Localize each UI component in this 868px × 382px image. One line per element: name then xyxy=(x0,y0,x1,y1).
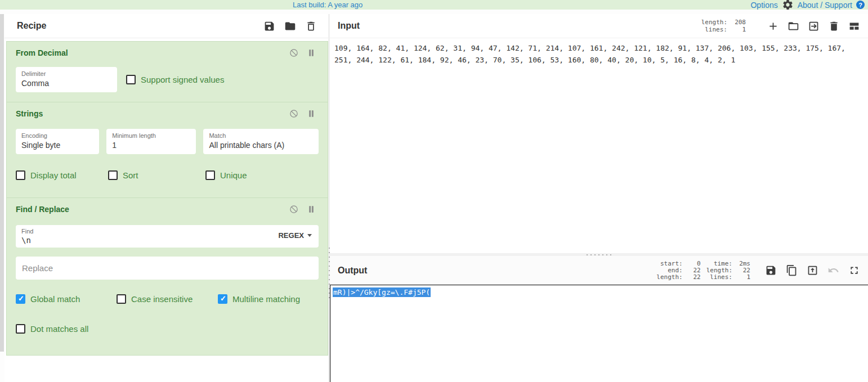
arg-label: Match xyxy=(209,132,313,140)
maximise-output-icon[interactable] xyxy=(848,264,860,276)
stat-value: 1 xyxy=(735,274,750,281)
arg-value: Single byte xyxy=(21,140,93,151)
delimiter-field[interactable]: Delimiter Comma xyxy=(16,67,117,92)
options-button[interactable]: Options xyxy=(750,1,777,10)
disable-icon[interactable] xyxy=(289,48,298,57)
operation-strings[interactable]: Strings Encoding Single byte Minimum len… xyxy=(6,102,328,198)
clear-input-trash-icon[interactable] xyxy=(828,20,840,32)
gear-icon[interactable] xyxy=(782,0,794,11)
about-support-button[interactable]: About / Support xyxy=(798,1,852,10)
load-recipe-folder-icon[interactable] xyxy=(284,20,296,32)
support-signed-values-checkbox[interactable]: Support signed values xyxy=(126,75,224,84)
arg-value: Comma xyxy=(21,78,111,89)
output-textarea[interactable]: mR)|>^/Gky[gz=\.F#j5P( xyxy=(330,285,868,382)
dot-matches-all-checkbox[interactable]: Dot matches all xyxy=(16,324,319,334)
input-stats: length: 208 lines: 1 xyxy=(701,19,746,33)
stat-value: 22 xyxy=(686,274,701,281)
input-header-icons xyxy=(767,20,860,32)
checkbox-box[interactable] xyxy=(16,294,25,304)
save-recipe-icon[interactable] xyxy=(263,20,275,32)
last-build-link[interactable]: Last build: A year ago xyxy=(293,0,363,10)
help-icon[interactable] xyxy=(856,1,865,9)
copy-output-icon[interactable] xyxy=(786,264,798,276)
recipe-panel: Recipe From Decimal xyxy=(5,14,328,382)
case-insensitive-checkbox[interactable]: Case insensitive xyxy=(117,294,218,304)
arg-value: All printable chars (A) xyxy=(209,140,313,151)
io-panel: Input length: 208 lines: 1 109, 164 xyxy=(330,14,868,382)
stat-label: time: xyxy=(706,260,732,267)
stat-value: 208 xyxy=(730,19,746,26)
chevron-down-icon xyxy=(307,234,312,237)
sort-checkbox[interactable]: Sort xyxy=(108,170,205,180)
unique-checkbox[interactable]: Unique xyxy=(205,170,319,180)
checkbox-box[interactable] xyxy=(16,170,25,180)
checkbox-box[interactable] xyxy=(126,75,136,84)
replace-placeholder: Replace xyxy=(22,263,53,273)
checkbox-box[interactable] xyxy=(117,294,126,304)
checkbox-box[interactable] xyxy=(205,170,215,180)
output-header: Output start: 0 end: 22 length: 22 time:… xyxy=(330,256,868,285)
regex-mode-label: REGEX xyxy=(278,231,304,240)
checkbox-label: Sort xyxy=(123,170,138,180)
recipe-scrollbar[interactable] xyxy=(0,14,4,352)
arg-value: 1 xyxy=(112,140,190,151)
global-match-checkbox[interactable]: Global match xyxy=(16,294,117,304)
layout-icon[interactable] xyxy=(848,20,860,32)
arg-label: Find xyxy=(21,227,313,235)
recipe-header-icons xyxy=(263,20,317,32)
regex-mode-dropdown[interactable]: REGEX xyxy=(278,231,312,240)
disable-icon[interactable] xyxy=(289,205,298,214)
undo-icon[interactable] xyxy=(827,264,839,276)
stat-label: lines: xyxy=(706,274,732,281)
operation-from-decimal[interactable]: From Decimal Delimiter Comma S xyxy=(6,41,328,102)
input-header: Input length: 208 lines: 1 xyxy=(330,14,868,38)
stat-label: end: xyxy=(656,267,682,274)
output-header-icons xyxy=(765,264,860,276)
operation-name: Find / Replace xyxy=(16,205,69,214)
pause-icon[interactable] xyxy=(307,48,316,57)
recipe-title: Recipe xyxy=(17,21,46,31)
operation-find-replace[interactable]: Find / Replace Find \n REGEX xyxy=(6,197,328,356)
checkbox-box[interactable] xyxy=(218,294,227,304)
pause-icon[interactable] xyxy=(307,109,316,118)
minimum-length-field[interactable]: Minimum length 1 xyxy=(106,129,196,154)
banner-links: Options About / Support xyxy=(750,0,865,10)
stat-value: 1 xyxy=(730,26,746,33)
checkbox-label: Dot matches all xyxy=(30,324,88,334)
splitter-handle[interactable] xyxy=(587,254,611,255)
output-selection-stats: start: 0 end: 22 length: 22 xyxy=(656,260,700,281)
operation-list: From Decimal Delimiter Comma S xyxy=(6,41,328,356)
pop-out-output-icon[interactable] xyxy=(807,264,818,276)
operation-controls xyxy=(289,205,319,214)
find-field[interactable]: Find \n REGEX xyxy=(16,225,319,248)
pause-icon[interactable] xyxy=(307,205,316,214)
display-total-checkbox[interactable]: Display total xyxy=(16,170,108,180)
checkbox-label: Case insensitive xyxy=(131,294,193,304)
stat-value: 22 xyxy=(735,267,750,274)
output-stats: start: 0 end: 22 length: 22 time: 2ms le… xyxy=(656,260,750,281)
checkbox-box[interactable] xyxy=(16,324,25,334)
output-title: Output xyxy=(338,266,367,276)
save-output-icon[interactable] xyxy=(765,264,777,276)
output-result-stats: time: 2ms length: 22 lines: 1 xyxy=(706,260,750,281)
checkbox-label: Display total xyxy=(30,170,77,180)
checkbox-label: Global match xyxy=(30,294,80,304)
match-field[interactable]: Match All printable chars (A) xyxy=(203,129,319,154)
arg-label: Minimum length xyxy=(112,132,190,140)
replace-field[interactable]: Replace xyxy=(16,257,319,280)
open-folder-icon[interactable] xyxy=(788,20,799,32)
multiline-matching-checkbox[interactable]: Multiline matching xyxy=(218,294,319,304)
top-banner: Last build: A year ago Options About / S… xyxy=(0,0,868,10)
open-input-icon[interactable] xyxy=(808,20,820,32)
checkbox-box[interactable] xyxy=(108,170,118,180)
clear-recipe-trash-icon[interactable] xyxy=(305,20,317,32)
recipe-header: Recipe xyxy=(5,14,328,38)
checkbox-label: Unique xyxy=(220,170,247,180)
arg-label: Encoding xyxy=(21,132,93,140)
stat-label: lines: xyxy=(701,26,727,33)
encoding-field[interactable]: Encoding Single byte xyxy=(16,129,99,154)
disable-icon[interactable] xyxy=(289,109,298,118)
add-input-tab-plus-icon[interactable] xyxy=(767,20,779,32)
input-textarea[interactable]: 109, 164, 82, 41, 124, 62, 31, 94, 47, 1… xyxy=(330,39,868,253)
arg-value: \n xyxy=(21,235,313,246)
